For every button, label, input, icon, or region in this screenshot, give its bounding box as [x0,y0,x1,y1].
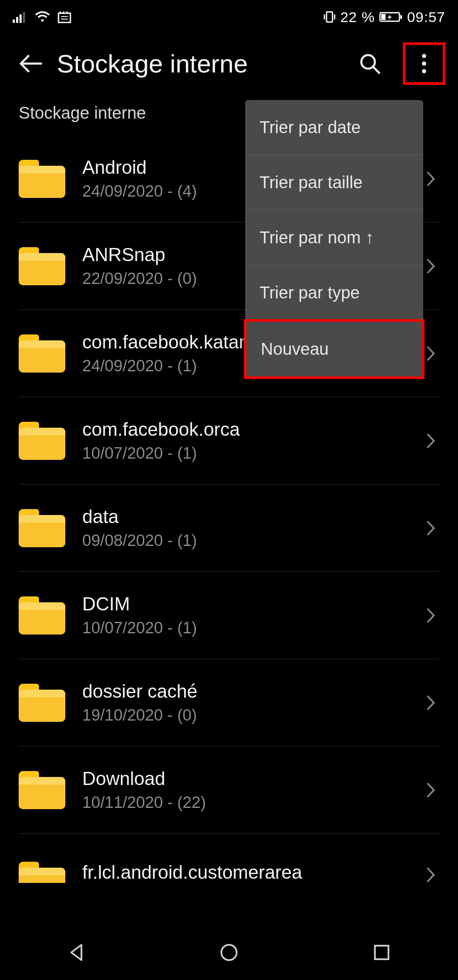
folder-text: DCIM 10/07/2020 - (1) [82,593,405,637]
wifi-icon [35,11,50,23]
folder-meta: 10/07/2020 - (1) [82,619,405,637]
folder-meta: 19/10/2020 - (0) [82,706,405,724]
chevron-right-icon [422,867,439,883]
news-icon [58,11,71,23]
folder-name: fr.lcl.android.customerarea [82,862,405,883]
svg-rect-14 [400,15,402,19]
menu-sort-size[interactable]: Trier par taille [245,155,423,210]
svg-rect-1 [16,17,18,23]
folder-icon [19,422,65,460]
signal-icon [13,11,27,23]
chevron-right-icon [422,520,439,536]
chevron-right-icon [422,607,439,624]
chevron-right-icon [422,171,439,187]
svg-line-17 [373,67,379,73]
folder-icon [19,596,65,635]
clock: 09:57 [407,9,445,25]
folder-text: Download 10/11/2020 - (22) [82,768,405,812]
svg-rect-10 [327,12,332,22]
folder-text: com.facebook.orca 10/07/2020 - (1) [82,419,405,462]
chevron-right-icon [422,433,439,449]
folder-row[interactable]: fr.lcl.android.customerarea [19,834,439,885]
svg-point-21 [221,945,237,960]
folder-icon [19,334,65,373]
svg-rect-0 [13,19,15,23]
nav-back-button[interactable] [51,935,102,969]
nav-home-button[interactable] [204,935,254,969]
status-right: 22 % 09:57 [323,9,445,25]
folder-name: data [82,506,405,527]
system-nav-bar [0,925,458,980]
svg-point-20 [422,69,426,73]
chevron-right-icon [422,695,439,711]
back-button[interactable] [15,49,45,78]
status-left [13,11,71,23]
chevron-right-icon [422,258,439,274]
status-bar: 22 % 09:57 [0,0,458,34]
folder-icon [19,771,65,809]
page-title: Stockage interne [57,49,341,78]
menu-sort-date[interactable]: Trier par date [245,100,423,155]
folder-row[interactable]: dossier caché 19/10/2020 - (0) [19,659,439,746]
folder-row[interactable]: com.facebook.orca 10/07/2020 - (1) [19,397,439,484]
battery-icon [379,11,403,23]
folder-meta: 10/11/2020 - (22) [82,793,405,812]
folder-icon [19,160,65,198]
svg-rect-3 [23,12,25,23]
battery-percent: 22 % [340,9,375,25]
folder-name: dossier caché [82,681,405,702]
folder-meta: 09/08/2020 - (1) [82,532,405,550]
menu-sort-type[interactable]: Trier par type [245,265,423,320]
folder-icon [19,862,65,883]
folder-row[interactable]: DCIM 10/07/2020 - (1) [19,572,439,659]
folder-name: com.facebook.orca [82,419,405,440]
options-dropdown: Trier par date Trier par taille Trier pa… [245,100,423,378]
folder-name: DCIM [82,593,405,615]
chevron-right-icon [422,782,439,798]
folder-text: data 09/08/2020 - (1) [82,506,405,550]
svg-point-19 [422,61,426,66]
folder-row[interactable]: Download 10/11/2020 - (22) [19,746,439,834]
folder-icon [19,684,65,722]
svg-point-18 [422,54,426,58]
nav-recent-button[interactable] [356,935,407,969]
folder-text: dossier caché 19/10/2020 - (0) [82,681,405,724]
app-bar: Stockage interne [0,34,458,93]
svg-rect-4 [59,13,70,22]
folder-row[interactable]: data 09/08/2020 - (1) [19,484,439,572]
folder-text: fr.lcl.android.customerarea [82,862,405,883]
folder-meta: 10/07/2020 - (1) [82,444,405,462]
search-button[interactable] [353,47,387,81]
more-options-button[interactable] [403,42,445,85]
folder-icon [19,247,65,285]
svg-rect-2 [20,14,22,23]
folder-icon [19,509,65,547]
vibrate-icon [323,10,336,24]
svg-rect-15 [381,14,385,20]
menu-new[interactable]: Nouveau [244,319,424,379]
menu-sort-name[interactable]: Trier par nom ↑ [245,210,423,265]
folder-name: Download [82,768,405,789]
chevron-right-icon [422,345,439,362]
svg-rect-22 [375,946,388,959]
